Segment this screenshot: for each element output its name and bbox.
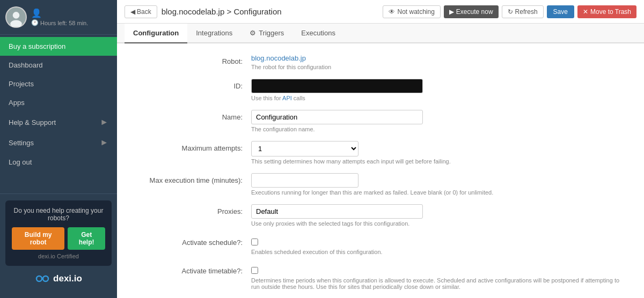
chevron-left-icon: ◀ [130, 8, 135, 16]
proxies-hint: Use only proxies with the selected tags … [251, 220, 628, 227]
sidebar-item-apps[interactable]: Apps [0, 93, 117, 112]
max-attempts-select[interactable]: 1 2 3 5 [251, 141, 358, 157]
sidebar-item-projects[interactable]: Projects [0, 74, 117, 93]
activate-timetable-row: Activate timetable?: Determines time per… [133, 264, 628, 290]
topbar-right: 👁 Not watching ▶ Execute now ↻ Refresh S… [383, 5, 636, 18]
refresh-icon: ↻ [508, 8, 513, 16]
help-buttons: Build my robot Get help! [12, 227, 105, 250]
build-robot-button[interactable]: Build my robot [12, 227, 64, 250]
activate-schedule-checkbox[interactable] [251, 239, 258, 245]
sidebar-item-dashboard[interactable]: Dashboard [0, 56, 117, 74]
sidebar-item-buy-subscription[interactable]: Buy a subscription [0, 37, 117, 56]
sidebar-item-settings[interactable]: Settings ► [0, 132, 117, 153]
tabs: Configuration Integrations ⚙ Triggers Ex… [117, 24, 644, 43]
gear-icon: ⚙ [250, 29, 256, 37]
topbar-left: ◀ Back blog.nocodelab.jp > Configuration [125, 5, 282, 18]
save-button[interactable]: Save [547, 5, 574, 18]
max-exec-field: Executions running for longer than this … [251, 173, 628, 196]
refresh-button[interactable]: ↻ Refresh [502, 5, 544, 18]
robot-row: Robot: blog.nocodelab.jp The robot for t… [133, 54, 628, 70]
id-input[interactable] [251, 79, 423, 93]
max-exec-row: Max execution time (minutes): Executions… [133, 173, 628, 196]
robot-field: blog.nocodelab.jp The robot for this con… [251, 54, 628, 70]
name-label: Name: [133, 110, 251, 121]
activate-timetable-hint: Determines time periods when this config… [251, 277, 628, 290]
robot-link[interactable]: blog.nocodelab.jp [251, 54, 306, 62]
sidebar-item-help-support[interactable]: Help & Support ► [0, 112, 117, 132]
api-link[interactable]: API [282, 95, 292, 101]
chevron-right-icon: ► [100, 117, 108, 127]
dexi-logo: dexi.io [5, 266, 112, 292]
form-content: Robot: blog.nocodelab.jp The robot for t… [117, 43, 644, 298]
max-exec-label: Max execution time (minutes): [133, 173, 251, 184]
activate-timetable-label: Activate timetable?: [133, 264, 251, 275]
svg-point-3 [36, 276, 42, 281]
sidebar-bottom: Do you need help creating your robots? B… [0, 193, 117, 298]
activate-schedule-row: Activate schedule?: Enables scheduled ex… [133, 235, 628, 255]
sidebar-nav: Buy a subscription Dashboard Projects Ap… [0, 35, 117, 193]
times-icon: ✕ [583, 8, 588, 16]
not-watching-button[interactable]: 👁 Not watching [383, 5, 440, 18]
sidebar: 👤 🕐 Hours left: 58 min. Buy a subscripti… [0, 0, 117, 298]
id-field: Use this for API calls [251, 79, 628, 101]
certified-label: dexi.io Certified [12, 253, 105, 259]
help-question: Do you need help creating your robots? [12, 207, 105, 222]
tab-triggers[interactable]: ⚙ Triggers [241, 24, 292, 43]
name-input[interactable] [251, 110, 423, 124]
sidebar-top: 👤 🕐 Hours left: 58 min. [0, 0, 117, 35]
proxies-row: Proxies: Use only proxies with the selec… [133, 204, 628, 227]
tab-configuration[interactable]: Configuration [125, 24, 187, 43]
move-to-trash-button[interactable]: ✕ Move to Trash [577, 5, 636, 18]
proxies-label: Proxies: [133, 204, 251, 215]
eye-icon: 👁 [389, 8, 395, 16]
topbar: ◀ Back blog.nocodelab.jp > Configuration… [117, 0, 644, 24]
name-field: The configuration name. [251, 110, 628, 132]
back-button[interactable]: ◀ Back [125, 5, 157, 18]
user-icon-row: 👤 [31, 8, 88, 18]
max-attempts-hint: This setting determines how many attempt… [251, 158, 628, 165]
max-attempts-field: 1 2 3 5 This setting determines how many… [251, 141, 628, 165]
max-exec-hint: Executions running for longer than this … [251, 189, 628, 196]
activate-schedule-field: Enables scheduled execution of this conf… [251, 235, 628, 255]
name-hint: The configuration name. [251, 126, 628, 132]
get-help-button[interactable]: Get help! [68, 227, 105, 250]
id-label: ID: [133, 79, 251, 90]
activate-timetable-checkbox[interactable] [251, 267, 258, 274]
max-attempts-label: Maximum attempts: [133, 141, 251, 152]
user-info: 👤 🕐 Hours left: 58 min. [31, 8, 88, 26]
hours-left: 🕐 Hours left: 58 min. [31, 19, 88, 26]
chevron-right-icon: ► [100, 138, 108, 147]
id-hint: Use this for API calls [251, 95, 628, 101]
proxies-field: Use only proxies with the selected tags … [251, 204, 628, 227]
play-icon: ▶ [449, 8, 454, 16]
name-row: Name: The configuration name. [133, 110, 628, 132]
svg-point-1 [13, 12, 20, 19]
svg-point-4 [43, 276, 48, 281]
breadcrumb: blog.nocodelab.jp > Configuration [162, 7, 282, 16]
help-box: Do you need help creating your robots? B… [5, 200, 112, 266]
robot-label: Robot: [133, 54, 251, 65]
activate-schedule-label: Activate schedule?: [133, 235, 251, 247]
clock-icon: 🕐 [31, 19, 39, 26]
activate-schedule-hint: Enables scheduled execution of this conf… [251, 249, 628, 255]
robot-hint: The robot for this configuration [251, 64, 628, 70]
max-attempts-row: Maximum attempts: 1 2 3 5 This setting d… [133, 141, 628, 165]
main-content: ◀ Back blog.nocodelab.jp > Configuration… [117, 0, 644, 298]
proxies-input[interactable] [251, 204, 423, 219]
execute-button[interactable]: ▶ Execute now [444, 5, 499, 18]
activate-timetable-field: Determines time periods when this config… [251, 264, 628, 290]
tab-integrations[interactable]: Integrations [187, 24, 241, 43]
avatar [5, 6, 27, 28]
id-row: ID: Use this for API calls [133, 79, 628, 101]
user-icon: 👤 [31, 8, 42, 18]
sidebar-item-logout[interactable]: Log out [0, 153, 117, 172]
tab-executions[interactable]: Executions [292, 24, 344, 43]
max-exec-input[interactable] [251, 173, 358, 188]
